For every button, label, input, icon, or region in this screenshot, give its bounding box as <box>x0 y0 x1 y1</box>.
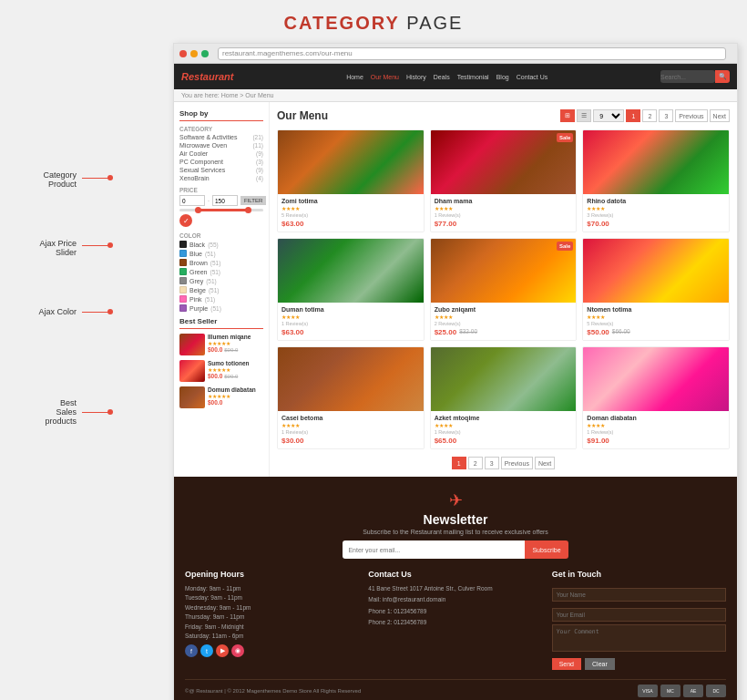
product-stars: ★★★★ <box>587 422 725 428</box>
browser-minimize-dot[interactable] <box>190 50 198 57</box>
list-item: Beige (51) <box>179 286 263 293</box>
list-item: XenoBrain (4) <box>179 175 263 181</box>
color-name[interactable]: Grey <box>189 278 203 284</box>
product-info: Duman totima ★★★★ 1 Review(s) $63.00 <box>278 303 424 340</box>
pagination-bottom: 1 2 3 Previous Next <box>277 457 730 469</box>
twitter-icon[interactable]: t <box>200 644 213 657</box>
contact-name-input[interactable] <box>552 588 726 602</box>
product-name[interactable]: Ntomen totima <box>587 306 725 313</box>
list-item: Grey (51) <box>179 277 263 284</box>
color-swatch-purple[interactable] <box>179 304 187 312</box>
nav-search-input[interactable] <box>660 70 715 83</box>
page-btn-1[interactable]: 1 <box>452 457 466 469</box>
color-swatch-black[interactable] <box>179 241 187 248</box>
category-count: (3) <box>256 159 263 165</box>
price-slider-min-handle[interactable] <box>195 207 201 213</box>
form-clear-button[interactable]: Clear <box>585 658 615 670</box>
page-btn-2[interactable]: 2 <box>468 457 483 469</box>
instagram-icon[interactable]: ◉ <box>231 644 244 657</box>
best-seller-name[interactable]: Domum diabatan <box>208 386 263 393</box>
color-name[interactable]: Purple <box>189 305 208 312</box>
contact-comment-input[interactable] <box>552 624 726 652</box>
nav-deals[interactable]: Deals <box>434 74 450 80</box>
page-title-page: PAGE <box>400 13 464 33</box>
color-swatch-brown[interactable] <box>179 259 187 266</box>
newsletter-subscribe-button[interactable]: Subscribe <box>525 540 568 559</box>
product-name[interactable]: Casei betoma <box>281 415 420 421</box>
best-seller-name[interactable]: Sumo totionen <box>208 360 263 366</box>
product-name[interactable]: Duman totima <box>281 306 420 313</box>
category-name[interactable]: Microwave Oven <box>179 142 227 149</box>
list-item: Domum diabatan ★★★★★ $00.0 <box>179 386 263 408</box>
category-name[interactable]: XenoBrain <box>179 175 210 181</box>
youtube-icon[interactable]: ▶ <box>216 644 229 657</box>
color-name[interactable]: Blue <box>189 251 202 257</box>
form-send-button[interactable]: Send <box>552 658 581 670</box>
list-view-button[interactable]: ☰ <box>577 109 591 122</box>
grid-view-button[interactable]: ⊞ <box>560 109 575 122</box>
table-row: Sale Zubo zniqamt ★★★★ 2 Review(s) $25.0… <box>430 238 578 341</box>
best-seller-name[interactable]: Illumen miqane <box>208 334 263 340</box>
product-name[interactable]: Zubo zniqamt <box>435 306 573 313</box>
color-swatch-blue[interactable] <box>179 250 187 257</box>
price-max-input[interactable] <box>212 195 238 206</box>
nav-contact[interactable]: Contact Us <box>517 74 548 80</box>
product-name[interactable]: Dham mama <box>435 198 573 204</box>
product-name[interactable]: Zomi totima <box>281 198 420 204</box>
prev-button[interactable]: Previous <box>675 109 707 122</box>
price-min-input[interactable] <box>179 195 205 206</box>
product-name[interactable]: Doman diabatan <box>587 415 725 421</box>
color-name[interactable]: Green <box>189 269 207 275</box>
category-name[interactable]: Air Cooler <box>179 150 208 157</box>
category-name[interactable]: Sexual Services <box>179 167 225 173</box>
table-row: Ntomen totima ★★★★ 5 Review(s) $50.00 $6… <box>582 238 730 341</box>
annotation-line-color <box>82 312 109 313</box>
product-old-price: $32.00 <box>459 328 477 335</box>
prev-btn[interactable]: Previous <box>501 457 533 469</box>
color-swatch-grey[interactable] <box>179 277 187 284</box>
nav-home[interactable]: Home <box>346 74 363 80</box>
list-item: Tuesday: 9am - 11pm <box>185 593 359 602</box>
color-name[interactable]: Brown <box>189 260 208 266</box>
browser-close-dot[interactable] <box>179 50 187 57</box>
filter-button[interactable]: FILTER <box>240 196 266 205</box>
next-button[interactable]: Next <box>710 109 730 122</box>
color-swatch-beige[interactable] <box>179 286 187 293</box>
contact-info: 41 Bane Street 1017 Antoine Str., Culver… <box>368 584 542 628</box>
amex-icon: AE <box>683 685 703 697</box>
product-name[interactable]: Rhino datota <box>587 198 725 204</box>
product-name[interactable]: Azket mtoqime <box>435 415 573 421</box>
price-slider-max-handle[interactable] <box>245 207 251 213</box>
product-stars: ★★★★ <box>281 314 420 320</box>
nav-blog[interactable]: Blog <box>496 74 509 80</box>
newsletter-email-input[interactable] <box>343 540 525 559</box>
nav-menu[interactable]: Our Menu <box>371 74 399 80</box>
color-swatch-green[interactable] <box>179 268 187 275</box>
color-name[interactable]: Pink <box>189 296 202 303</box>
day-label: Saturday: <box>185 633 210 639</box>
nav-testimonial[interactable]: Testimonial <box>457 74 489 80</box>
facebook-icon[interactable]: f <box>185 644 198 657</box>
color-swatch-pink[interactable] <box>179 295 187 303</box>
color-name[interactable]: Black <box>189 242 205 248</box>
page-btn-3[interactable]: 3 <box>485 457 499 469</box>
product-image <box>583 130 729 194</box>
contact-address: 41 Bane Street 1017 Antoine Str., Culver… <box>368 584 542 593</box>
category-name[interactable]: Software & Activities <box>179 134 237 140</box>
nav-history[interactable]: History <box>406 74 426 80</box>
page-button-3[interactable]: 3 <box>659 109 673 122</box>
list-item: Wednesday: 9am - 11pm <box>185 603 359 612</box>
page-button-1[interactable]: 1 <box>626 109 640 122</box>
category-name[interactable]: PC Component <box>179 159 223 165</box>
per-page-select[interactable]: 91215 <box>593 109 624 122</box>
product-info: Dham mama ★★★★ 1 Review(s) $77.00 <box>431 194 577 232</box>
next-btn[interactable]: Next <box>535 457 555 469</box>
page-button-2[interactable]: 2 <box>642 109 657 122</box>
nav-search-button[interactable]: 🔍 <box>715 70 730 83</box>
color-name[interactable]: Beige <box>189 287 206 293</box>
list-item: Saturday: 11am - 6pm <box>185 632 359 641</box>
browser-address[interactable]: restaurant.magenthemes.com/our-menu <box>218 47 726 60</box>
price-slider-track[interactable] <box>179 209 263 211</box>
browser-maximize-dot[interactable] <box>201 50 209 57</box>
contact-email-input[interactable] <box>552 608 726 622</box>
